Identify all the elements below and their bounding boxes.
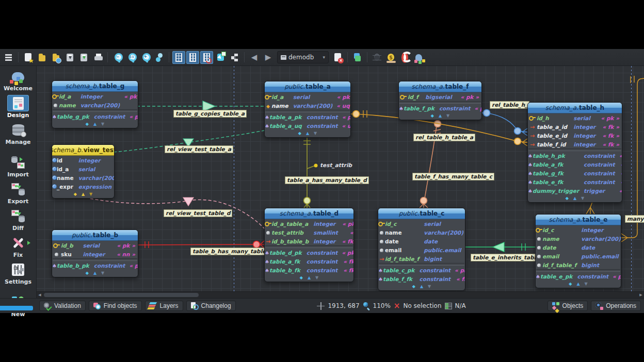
entity-header[interactable]: public.table_a <box>265 81 350 92</box>
collapse-down-icon[interactable]: ▼ <box>101 271 104 275</box>
collapse-down-icon[interactable]: ▼ <box>428 285 431 289</box>
collapse-diamond-icon[interactable]: ◆ <box>86 122 89 126</box>
entity-header[interactable]: schema_a.table_e <box>536 215 621 225</box>
table-table_f[interactable]: schema_a.table_fid_fbigserial« pk »♠tabl… <box>398 81 482 120</box>
attr-row[interactable]: datedate <box>378 237 465 245</box>
find-button[interactable]: Find objects <box>89 301 142 311</box>
ext-row[interactable]: ♠table_a_pkconstraint« pk » <box>265 112 351 121</box>
entity-header[interactable]: public.table_c <box>378 208 465 219</box>
collapse-down-icon[interactable]: ▼ <box>101 122 104 126</box>
save-as-button[interactable] <box>77 51 90 64</box>
collapse-down-icon[interactable]: ▼ <box>315 276 318 280</box>
collapse-up-icon[interactable]: ▲ <box>573 196 576 201</box>
attr-row[interactable]: namevarchar(200) <box>52 173 115 182</box>
support-button[interactable] <box>398 51 411 64</box>
attr-row[interactable]: id_bserial« pk » <box>52 241 138 250</box>
collapse-diamond-icon[interactable]: ◆ <box>298 131 301 136</box>
attr-row[interactable]: _exprexpression <box>52 182 115 191</box>
scroll-right-icon[interactable]: ▶ <box>638 292 644 298</box>
ext-row[interactable]: ♠table_f_pkconstraint« pk » <box>399 104 482 112</box>
collapse-up-icon[interactable]: ▲ <box>439 114 442 118</box>
collapse-up-icon[interactable]: ▲ <box>93 271 96 275</box>
expand-collapse-button[interactable] <box>228 51 241 64</box>
collapse-diamond-icon[interactable]: ◆ <box>566 196 569 201</box>
attr-row[interactable]: id_aserial <box>52 164 115 173</box>
collapse-diamond-icon[interactable]: ◆ <box>74 192 77 196</box>
attr-row[interactable]: emailpublic.email <box>536 252 621 260</box>
attr-row[interactable]: datedate <box>536 243 621 252</box>
ext-row[interactable]: ♠dummy_triggertrigger« b i » <box>528 186 622 195</box>
db-selector-dropdown[interactable]: demodb▾ <box>277 51 329 63</box>
collapse-down-icon[interactable]: ▼ <box>585 282 588 286</box>
entity-header[interactable]: schema_b.view_test <box>52 145 114 156</box>
table-table_c[interactable]: public.table_cid_cserial« pk »namevarcha… <box>378 208 465 291</box>
collapse-up-icon[interactable]: ▲ <box>93 122 96 126</box>
entity-header[interactable]: schema_a.table_f <box>399 81 481 92</box>
rel-label-table_f_has_many_table_c[interactable]: table_f_has_many_table_c <box>412 173 494 180</box>
ext-row[interactable]: ♠table_f_fkconstraint« fk » <box>378 274 465 283</box>
arrange-objects-button[interactable] <box>351 51 364 64</box>
attr-row[interactable]: id_cinteger« pk » <box>536 225 621 234</box>
attr-row[interactable]: →table_e_idinteger« fk » <box>528 131 622 140</box>
table-table_b[interactable]: public.table_bid_bserial« pk »skuinteger… <box>52 229 138 277</box>
validation-button[interactable]: Validation <box>39 301 86 311</box>
sidebar-item-settings[interactable]: Settings <box>5 261 31 285</box>
nav-back-button[interactable]: ◀ <box>248 51 261 64</box>
sidebar-item-manage[interactable]: Manage <box>6 122 31 145</box>
rel-label-table_g_copies_table_a[interactable]: table_g_copies_table_a <box>173 110 247 118</box>
ext-row[interactable]: ♠table_b_pkconstraint« pk » <box>52 261 138 270</box>
rel-label-rel_view_test_table_d[interactable]: rel_view_test_table_d <box>164 209 232 217</box>
collapse-diamond-icon[interactable]: ◆ <box>431 114 434 118</box>
close-model-button[interactable]: × <box>331 51 344 64</box>
attr-row[interactable]: →table_f_idinteger« fk » <box>528 140 622 149</box>
collapse-up-icon[interactable]: ▲ <box>308 276 311 280</box>
objects-button[interactable]: Objects <box>548 301 588 311</box>
collapse-down-icon[interactable]: ▼ <box>446 114 449 118</box>
attr-row[interactable]: namevarchar(200) <box>536 234 621 243</box>
compact-view-button[interactable] <box>214 51 227 64</box>
sidebar-item-design[interactable]: Design <box>7 95 29 119</box>
table-table_d[interactable]: schema_a.table_did_a_table_ainteger« pk … <box>264 208 354 282</box>
about-button[interactable] <box>412 51 425 64</box>
entity-header[interactable]: schema_a.table_h <box>528 103 622 113</box>
ext-row[interactable]: ♠table_e_pkconstraint« pk » <box>536 272 621 281</box>
collapse-down-icon[interactable]: ▼ <box>581 196 584 201</box>
bug-report-button[interactable] <box>371 51 383 64</box>
print-model-button[interactable] <box>91 51 104 64</box>
attr-row[interactable]: →table_a_idinteger« fk » <box>528 122 622 131</box>
diagram-canvas[interactable]: ◀ ▶ table_g_copies_table_arel_view_test_… <box>37 66 644 298</box>
sidebar-item-import[interactable]: Import <box>7 154 29 178</box>
sidebar-item-diff[interactable]: Diff <box>7 208 29 232</box>
attr-row[interactable]: id_cserial« pk » <box>378 219 465 228</box>
snap-to-grid-button[interactable] <box>186 51 199 64</box>
ext-row[interactable]: ♠table_h_pkconstraint« pk » <box>528 151 622 160</box>
relationship-table_f_has_many_table_c[interactable] <box>420 118 441 208</box>
rel-label-table_a_has_many_table_d[interactable]: table_a_has_many_table_d <box>285 176 369 184</box>
sidebar-item-fix[interactable]: Fix <box>7 235 29 258</box>
rel-label-rel_table_h_table_a[interactable]: rel_table_h_table_a <box>413 134 475 141</box>
attr-row[interactable]: id_ainteger« pk » <box>52 92 138 101</box>
sidebar-item-export[interactable]: Export <box>7 181 29 205</box>
view-view_test[interactable]: schema_b.view_testidintegerid_aserialnam… <box>52 144 115 199</box>
donate-button[interactable]: $ <box>384 51 397 64</box>
zoom-out-button[interactable]: − <box>111 51 124 64</box>
save-model-button[interactable] <box>63 51 76 64</box>
nav-forward-button[interactable]: ▶ <box>262 51 275 64</box>
main-menu-button[interactable] <box>2 51 15 64</box>
collapse-up-icon[interactable]: ▲ <box>82 192 85 196</box>
collapse-diamond-icon[interactable]: ◆ <box>412 285 415 289</box>
recent-models-button[interactable] <box>50 51 62 64</box>
rel-label-table_b_has_many_table_d[interactable]: table_b_has_many_table_d <box>190 248 275 255</box>
ext-row[interactable]: ♠table_e_fkconstraint« fk » <box>528 177 622 186</box>
attr-row[interactable]: test_attribsmallint« nn » <box>265 228 354 237</box>
rel-label-rel_view_test_table_a[interactable]: rel_view_test_table_a <box>165 145 233 153</box>
fit-view-button[interactable] <box>153 51 166 64</box>
zoom-in-button[interactable]: + <box>139 51 152 64</box>
attr-row[interactable]: skuinteger« nn » <box>52 250 138 258</box>
relationship-table_b_has_many_table_d[interactable] <box>137 241 264 248</box>
align-to-grid-button[interactable] <box>200 51 213 64</box>
attr-row[interactable]: ◆namevarchar(200)« uq » <box>265 101 351 110</box>
layers-button[interactable]: Layers <box>145 301 183 311</box>
rel-label-many[interactable]: many <box>625 215 644 223</box>
ext-row[interactable]: ♠table_a_fkconstraint« fk » <box>265 257 354 266</box>
